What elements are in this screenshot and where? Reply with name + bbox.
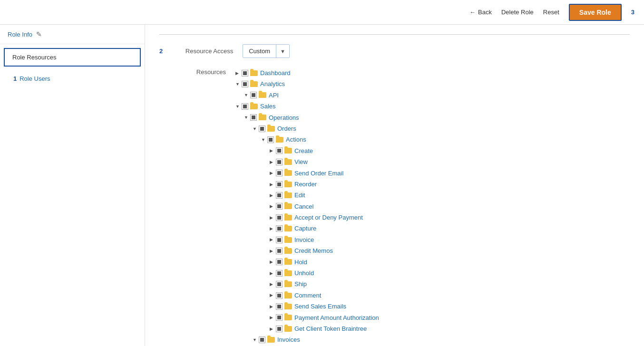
- tree-item-create[interactable]: ▶ Create: [270, 145, 379, 156]
- checkbox-create[interactable]: [276, 147, 283, 154]
- checkbox-get-client-token[interactable]: [276, 326, 283, 332]
- tree-item-send-sales-emails[interactable]: ▶ Send Sales Emails: [270, 301, 379, 312]
- checkbox-credit-memos-actions[interactable]: [276, 248, 283, 254]
- tree-link-analytics[interactable]: Analytics: [260, 78, 285, 89]
- checkbox-comment[interactable]: [276, 292, 283, 299]
- tree-link-invoices[interactable]: Invoices: [277, 334, 300, 345]
- tree-item-unhold[interactable]: ▶ Unhold: [270, 268, 379, 279]
- tree-link-comment[interactable]: Comment: [294, 290, 321, 301]
- back-button[interactable]: ← Back: [469, 9, 492, 16]
- folder-icon-create: [284, 148, 292, 154]
- checkbox-hold[interactable]: [276, 259, 283, 265]
- checkbox-payment-auth[interactable]: [276, 314, 283, 321]
- checkbox-ship[interactable]: [276, 281, 283, 288]
- main-container: Role Info ✎ Role Resources 1 Role Users …: [0, 25, 644, 346]
- delete-role-button[interactable]: Delete Role: [501, 9, 534, 16]
- tree-link-credit-memos-actions[interactable]: Credit Memos: [294, 245, 333, 256]
- tree-link-send-sales-emails[interactable]: Send Sales Emails: [294, 301, 346, 312]
- folder-icon-operations: [259, 115, 266, 120]
- tree-link-api[interactable]: API: [269, 90, 279, 101]
- tree-link-hold[interactable]: Hold: [294, 257, 307, 268]
- tree-link-edit[interactable]: Edit: [294, 190, 305, 201]
- tree-item-dashboard[interactable]: ▶ Dashboard: [235, 67, 379, 78]
- checkbox-orders[interactable]: [259, 125, 265, 132]
- tree-link-dashboard[interactable]: Dashboard: [260, 67, 291, 78]
- orders-children: ▼ Actions ▶: [253, 134, 379, 334]
- tree-link-view[interactable]: View: [294, 156, 308, 167]
- checkbox-cancel[interactable]: [276, 203, 283, 210]
- tree-item-invoice[interactable]: ▶ Invoice: [270, 234, 379, 245]
- tree-item-actions[interactable]: ▼ Actions: [261, 134, 379, 145]
- checkbox-send-sales-emails[interactable]: [276, 303, 283, 310]
- tree-link-accept-deny[interactable]: Accept or Deny Payment: [294, 212, 363, 223]
- tree-item-analytics[interactable]: ▼ Analytics: [235, 78, 379, 89]
- tree-link-unhold[interactable]: Unhold: [294, 268, 314, 279]
- tree-link-orders[interactable]: Orders: [277, 123, 296, 134]
- arrow-hold: ▶: [270, 258, 274, 266]
- checkbox-accept-deny[interactable]: [276, 214, 283, 221]
- tree-item-orders[interactable]: ▼ Orders: [253, 123, 379, 134]
- tree-link-send-order-email[interactable]: Send Order Email: [294, 168, 343, 179]
- tree-item-view[interactable]: ▶ View: [270, 156, 379, 167]
- sidebar-role-users[interactable]: 1 Role Users: [4, 70, 141, 87]
- folder-icon-send-sales-emails: [284, 304, 292, 309]
- tree-item-payment-auth[interactable]: ▶ Payment Amount Authorization: [270, 312, 379, 323]
- tree-item-credit-memos-actions[interactable]: ▶ Credit Memos: [270, 245, 379, 256]
- tree-item-invoices[interactable]: ▼ Invoices: [253, 334, 379, 345]
- checkbox-view[interactable]: [276, 159, 283, 165]
- tree-link-cancel[interactable]: Cancel: [294, 201, 313, 212]
- arrow-create: ▶: [270, 147, 274, 154]
- tree-link-operations[interactable]: Operations: [269, 112, 299, 123]
- sidebar-role-resources[interactable]: Role Resources: [4, 48, 141, 67]
- tree-link-invoice[interactable]: Invoice: [294, 234, 314, 245]
- checkbox-invoice[interactable]: [276, 237, 283, 243]
- save-role-button[interactable]: Save Role: [569, 4, 622, 21]
- resource-access-row: 2 Resource Access Custom ▼: [159, 44, 630, 58]
- checkbox-unhold[interactable]: [276, 270, 283, 277]
- tree-item-cancel[interactable]: ▶ Cancel: [270, 201, 379, 212]
- folder-icon-credit-memos-actions: [284, 248, 292, 254]
- tree-link-capture[interactable]: Capture: [294, 223, 316, 234]
- tree-item-send-order-email[interactable]: ▶ Send Order Email: [270, 168, 379, 179]
- tree-link-ship[interactable]: Ship: [294, 279, 307, 289]
- folder-icon-invoices: [267, 337, 275, 343]
- checkbox-analytics[interactable]: [242, 81, 248, 87]
- tree-link-actions[interactable]: Actions: [286, 134, 306, 145]
- checkbox-dashboard[interactable]: [242, 70, 248, 77]
- tree-item-accept-deny[interactable]: ▶ Accept or Deny Payment: [270, 212, 379, 223]
- tree-link-reorder[interactable]: Reorder: [294, 179, 317, 190]
- tree-link-payment-auth[interactable]: Payment Amount Authorization: [294, 312, 379, 323]
- tree-item-edit[interactable]: ▶ Edit: [270, 190, 379, 201]
- checkbox-send-order-email[interactable]: [276, 170, 283, 176]
- checkbox-invoices[interactable]: [259, 336, 265, 343]
- tree-item-ship[interactable]: ▶ Ship: [270, 279, 379, 289]
- tree-item-operations[interactable]: ▼ Operations: [244, 112, 379, 123]
- checkbox-actions[interactable]: [267, 136, 274, 143]
- dropdown-arrow-icon[interactable]: ▼: [276, 46, 289, 57]
- resource-access-dropdown[interactable]: Custom ▼: [243, 44, 290, 58]
- checkbox-capture[interactable]: [276, 225, 283, 232]
- role-resources-label: Role Resources: [12, 54, 57, 61]
- tree-item-reorder[interactable]: ▶ Reorder: [270, 179, 379, 190]
- sidebar-role-info[interactable]: Role Info ✎: [0, 25, 145, 44]
- folder-icon-hold: [284, 259, 292, 265]
- actions-children: ▶ Create ▶: [261, 145, 379, 335]
- checkbox-sales[interactable]: [242, 103, 248, 110]
- reset-button[interactable]: Reset: [543, 9, 559, 16]
- tree-item-capture[interactable]: ▶ Capture: [270, 223, 379, 234]
- arrow-send-order-email: ▶: [270, 169, 274, 177]
- tree-link-create[interactable]: Create: [294, 145, 313, 156]
- tree-item-api[interactable]: ▼ API: [244, 90, 379, 101]
- tree-item-comment[interactable]: ▶ Comment: [270, 290, 379, 301]
- folder-icon-payment-auth: [284, 315, 292, 320]
- checkbox-reorder[interactable]: [276, 181, 283, 188]
- tree-link-get-client-token[interactable]: Get Client Token Braintree: [294, 323, 367, 334]
- folder-icon-unhold: [284, 270, 292, 276]
- tree-item-sales[interactable]: ▼ Sales: [235, 101, 379, 112]
- tree-link-sales[interactable]: Sales: [260, 101, 276, 112]
- checkbox-edit[interactable]: [276, 192, 283, 199]
- checkbox-api[interactable]: [250, 92, 257, 98]
- checkbox-operations[interactable]: [250, 114, 257, 121]
- tree-item-get-client-token[interactable]: ▶ Get Client Token Braintree: [270, 323, 379, 334]
- tree-item-hold[interactable]: ▶ Hold: [270, 257, 379, 268]
